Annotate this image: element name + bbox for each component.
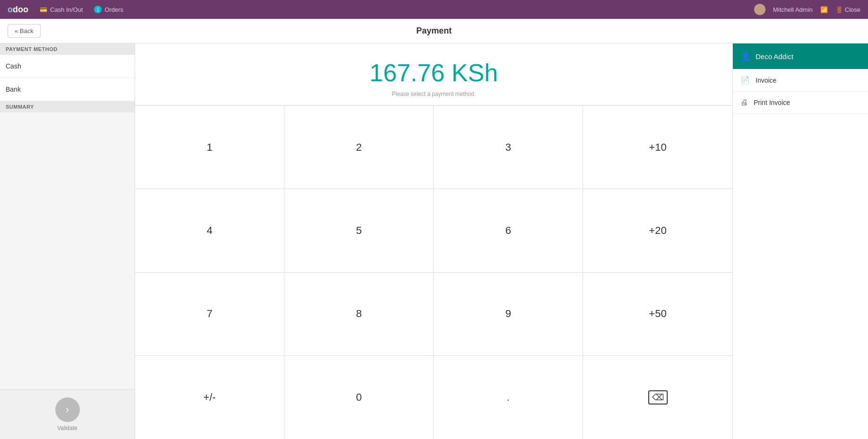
print-icon: 🖨: [740, 98, 748, 107]
close-icon: 🚪: [835, 6, 843, 13]
numpad-key-plus20[interactable]: +20: [583, 189, 732, 272]
payment-method-cash[interactable]: Cash: [0, 55, 135, 78]
summary-area: [0, 112, 135, 389]
numpad-key-backspace[interactable]: ⌫: [583, 356, 732, 439]
amount-display: 167.76 KSh Please select a payment metho…: [135, 43, 732, 105]
back-button[interactable]: « Back: [8, 24, 41, 38]
invoice-menu-item[interactable]: 📄 Invoice: [733, 69, 868, 92]
navbar: odoo 💳 Cash In/Out 1 Orders Mitchell Adm…: [0, 0, 868, 19]
validate-area: › Validate: [0, 389, 135, 439]
payment-method-bank[interactable]: Bank: [0, 78, 135, 101]
numpad-key-0[interactable]: 0: [284, 356, 434, 439]
numpad-key-9[interactable]: 9: [434, 273, 583, 356]
payment-method-label: Payment Method: [0, 43, 135, 55]
summary-label: Summary: [0, 101, 135, 112]
numpad-key-plusminus[interactable]: +/-: [135, 356, 284, 439]
numpad-key-1[interactable]: 1: [135, 106, 284, 189]
numpad: 1 2 3 +10 4 5 6 +20 7 8 9 +50 +/- 0 . ⌫: [135, 105, 732, 439]
user-avatar: [754, 4, 765, 15]
numpad-key-3[interactable]: 3: [434, 106, 583, 189]
numpad-key-plus10[interactable]: +10: [583, 106, 732, 189]
odoo-logo: odoo: [8, 5, 28, 15]
orders-nav[interactable]: 1 Orders: [94, 6, 123, 13]
numpad-key-5[interactable]: 5: [284, 189, 434, 272]
numpad-key-6[interactable]: 6: [434, 189, 583, 272]
orders-badge: 1: [94, 6, 102, 13]
subheader: « Back Payment: [0, 19, 868, 43]
customer-name: Deco Addict: [756, 52, 793, 60]
page-title: Payment: [416, 26, 452, 36]
invoice-icon: 📄: [740, 76, 750, 85]
numpad-key-4[interactable]: 4: [135, 189, 284, 272]
wifi-icon: 📶: [820, 6, 828, 13]
numpad-key-dot[interactable]: .: [434, 356, 583, 439]
right-panel: 👤 Deco Addict 📄 Invoice 🖨 Print Invoice: [733, 43, 868, 439]
numpad-key-plus50[interactable]: +50: [583, 273, 732, 356]
user-name: Mitchell Admin: [773, 6, 813, 13]
numpad-key-7[interactable]: 7: [135, 273, 284, 356]
print-invoice-menu-item[interactable]: 🖨 Print Invoice: [733, 92, 868, 114]
center-panel: 167.76 KSh Please select a payment metho…: [135, 43, 733, 439]
customer-icon: 👤: [740, 51, 751, 61]
cash-inout-nav[interactable]: 💳 Cash In/Out: [40, 6, 83, 13]
numpad-key-2[interactable]: 2: [284, 106, 434, 189]
numpad-key-8[interactable]: 8: [284, 273, 434, 356]
amount-hint: Please select a payment method.: [143, 91, 725, 97]
amount-value: 167.76 KSh: [143, 59, 725, 87]
navbar-right: Mitchell Admin 📶 🚪 Close: [754, 4, 860, 15]
left-panel: Payment Method Cash Bank Summary › Valid…: [0, 43, 135, 439]
validate-button[interactable]: ›: [55, 397, 80, 422]
customer-header: 👤 Deco Addict: [733, 43, 868, 69]
backspace-icon: ⌫: [648, 390, 668, 405]
chevron-right-icon: ›: [66, 404, 69, 416]
validate-label: Validate: [57, 425, 77, 431]
main-layout: Payment Method Cash Bank Summary › Valid…: [0, 43, 868, 439]
close-button[interactable]: 🚪 Close: [835, 6, 860, 13]
cash-icon: 💳: [40, 6, 47, 13]
